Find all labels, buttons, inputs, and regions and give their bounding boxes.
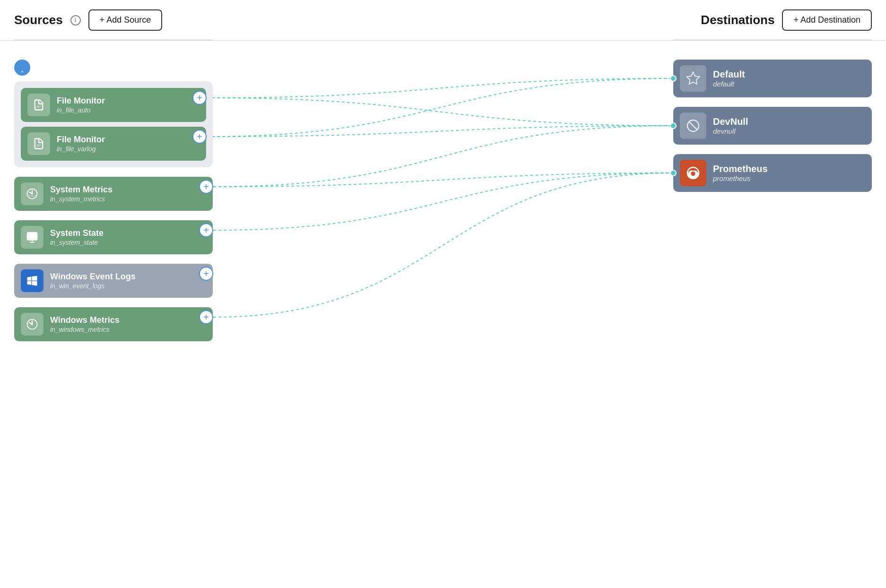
page-header: Sources i + Add Source Destinations + Ad… (0, 0, 886, 41)
svg-marker-5 (687, 72, 700, 84)
file-monitor-icon (27, 94, 50, 116)
source-name: File Monitor (57, 96, 185, 106)
destinations-divider (673, 40, 872, 40)
windows-icon (21, 269, 43, 292)
source-text-5: Windows Event Logs in_win_event_logs (50, 272, 192, 290)
source-id-3: in_system_metrics (50, 195, 105, 203)
system-metrics-icon (21, 182, 43, 205)
destinations-panel: Default default DevNull devnull Promethe… (673, 60, 872, 201)
dest-id-devnull: devnull (713, 127, 736, 135)
file-monitor-icon-2 (27, 132, 50, 155)
source-name-6: Windows Metrics (50, 315, 192, 325)
source-connect-button-6[interactable]: + (199, 310, 213, 324)
sources-divider (14, 40, 213, 40)
source-connect-button-3[interactable]: + (199, 180, 213, 194)
windows-metrics-icon (21, 313, 43, 336)
sources-info-icon[interactable]: i (70, 15, 81, 26)
dest-connect-dot-default (670, 75, 677, 82)
dest-text-default: Default default (713, 69, 865, 88)
dest-name-devnull: DevNull (713, 116, 865, 127)
dest-text-devnull: DevNull devnull (713, 116, 865, 136)
source-name-3: System Metrics (50, 185, 192, 195)
dest-name-default: Default (713, 69, 865, 80)
collapse-button[interactable]: ‸ (14, 60, 30, 76)
destinations-title: Destinations (701, 13, 774, 27)
source-text-6: Windows Metrics in_windows_metrics (50, 315, 192, 334)
source-system-state[interactable]: System State in_system_state + (14, 220, 213, 254)
source-windows-metrics[interactable]: Windows Metrics in_windows_metrics + (14, 307, 213, 341)
source-file-monitor-1[interactable]: File Monitor in_file_auto + (21, 88, 206, 122)
dest-connect-dot-devnull (670, 122, 677, 129)
sources-panel: ‸ File Monitor in_file_auto + File Monit… (14, 60, 213, 351)
sources-section: Sources i + Add Source (14, 9, 162, 31)
source-id-6: in_windows_metrics (50, 326, 109, 333)
main-canvas: ‸ File Monitor in_file_auto + File Monit… (0, 41, 886, 586)
svg-point-1 (31, 193, 33, 195)
devnull-dest-icon (680, 112, 706, 139)
source-id-5: in_win_event_logs (50, 282, 104, 290)
source-name-5: Windows Event Logs (50, 272, 192, 282)
dest-id-default: default (713, 80, 734, 88)
dest-id-prometheus: prometheus (713, 174, 750, 182)
svg-line-7 (689, 121, 698, 130)
dest-devnull[interactable]: DevNull devnull (673, 107, 872, 145)
destinations-section: Destinations + Add Destination (701, 9, 872, 31)
file-monitor-group: File Monitor in_file_auto + File Monitor… (14, 81, 213, 167)
source-windows-event-logs[interactable]: Windows Event Logs in_win_event_logs + (14, 264, 213, 298)
source-text-4: System State in_system_state (50, 228, 192, 247)
dest-prometheus[interactable]: Prometheus prometheus (673, 154, 872, 192)
source-id-4: in_system_state (50, 239, 98, 246)
source-id: in_file_auto (57, 106, 91, 114)
dest-connect-dot-prometheus (670, 170, 677, 176)
source-system-metrics[interactable]: System Metrics in_system_metrics + (14, 177, 213, 211)
source-text-2: File Monitor in_file_varlog (57, 135, 185, 153)
add-destination-button[interactable]: + Add Destination (782, 9, 872, 31)
dest-text-prometheus: Prometheus prometheus (713, 164, 865, 183)
source-connect-button-1[interactable]: + (192, 91, 207, 105)
source-name-2: File Monitor (57, 135, 185, 145)
system-state-icon (21, 226, 43, 249)
default-dest-icon (680, 65, 706, 92)
source-name-4: System State (50, 228, 192, 238)
source-text: File Monitor in_file_auto (57, 96, 185, 114)
source-connect-button-4[interactable]: + (199, 223, 213, 237)
source-id-2: in_file_varlog (57, 145, 96, 153)
dest-name-prometheus: Prometheus (713, 164, 865, 174)
source-connect-button-2[interactable]: + (192, 130, 207, 144)
add-source-button[interactable]: + Add Source (88, 9, 163, 31)
source-connect-button-5[interactable]: + (199, 267, 213, 281)
prometheus-dest-icon (680, 160, 706, 186)
source-text-3: System Metrics in_system_metrics (50, 185, 192, 203)
svg-point-4 (31, 323, 33, 325)
dest-default[interactable]: Default default (673, 60, 872, 97)
source-file-monitor-2[interactable]: File Monitor in_file_varlog + (21, 127, 206, 161)
sources-title: Sources (14, 13, 63, 27)
